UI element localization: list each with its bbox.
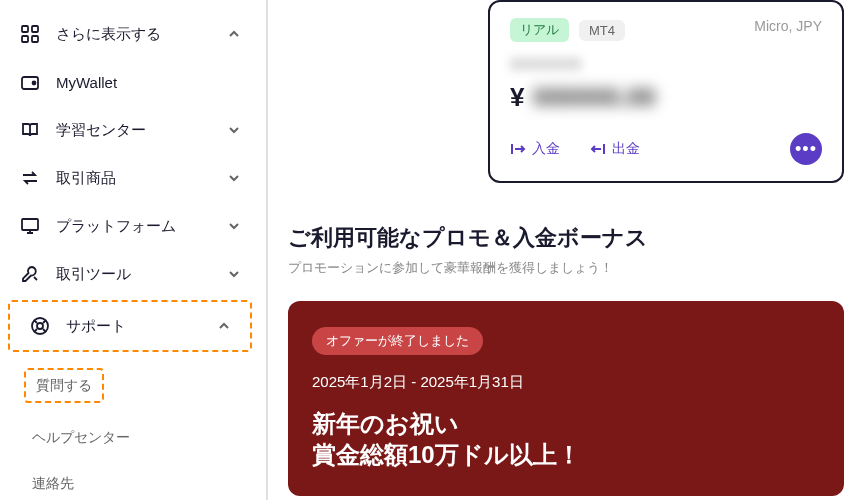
main-content: リアル MT4 Micro, JPY 00000000 ¥ 000000.00 …: [268, 0, 844, 500]
svg-point-5: [33, 82, 36, 85]
promo-card[interactable]: オファーが終了しました 2025年1月2日 - 2025年1月31日 新年のお祝…: [288, 301, 844, 496]
chevron-up-icon: [226, 26, 242, 42]
promo-title: ご利用可能なプロモ＆入金ボーナス: [288, 223, 844, 253]
svg-rect-3: [32, 36, 38, 42]
account-actions: 入金 出金 •••: [510, 133, 822, 165]
sidebar-item-label: 取引ツール: [56, 265, 226, 284]
chevron-down-icon: [226, 122, 242, 138]
withdraw-button[interactable]: 出金: [590, 140, 640, 158]
sidebar-subitem-help[interactable]: ヘルプセンター: [0, 419, 260, 457]
promo-heading-1: 新年のお祝い: [312, 408, 820, 439]
sidebar-item-label: 取引商品: [56, 169, 226, 188]
more-icon: •••: [795, 139, 817, 160]
svg-rect-0: [22, 26, 28, 32]
grid-icon: [18, 22, 42, 46]
svg-rect-2: [22, 36, 28, 42]
account-balance: ¥ 000000.00: [510, 82, 822, 113]
sidebar-item-mywallet[interactable]: MyWallet: [0, 58, 260, 106]
sidebar-subitem-contact[interactable]: 連絡先: [0, 465, 260, 500]
currency-symbol: ¥: [510, 82, 524, 112]
promo-heading-2: 賞金総額10万ドル以上！: [312, 439, 820, 470]
lifebuoy-icon: [28, 314, 52, 338]
account-card: リアル MT4 Micro, JPY 00000000 ¥ 000000.00 …: [488, 0, 844, 183]
sidebar-item-label: MyWallet: [56, 74, 242, 91]
sidebar-subitem-ask[interactable]: 質問する: [24, 368, 104, 403]
promo-badge: オファーが終了しました: [312, 327, 483, 355]
monitor-icon: [18, 214, 42, 238]
sidebar-item-platform[interactable]: プラットフォーム: [0, 202, 260, 250]
tag-mt4: MT4: [579, 20, 625, 41]
sidebar-item-label: プラットフォーム: [56, 217, 226, 236]
wallet-icon: [18, 70, 42, 94]
withdraw-icon: [590, 141, 606, 157]
chevron-down-icon: [226, 218, 242, 234]
chevron-down-icon: [226, 266, 242, 282]
book-icon: [18, 118, 42, 142]
tag-real: リアル: [510, 18, 569, 42]
svg-rect-6: [22, 219, 38, 230]
sidebar-item-label: 学習センター: [56, 121, 226, 140]
promo-dates: 2025年1月2日 - 2025年1月31日: [312, 373, 820, 392]
promo-subtitle: プロモーションに参加して豪華報酬を獲得しましょう！: [288, 259, 844, 277]
balance-blurred: 000000.00: [533, 82, 656, 113]
sidebar-item-products[interactable]: 取引商品: [0, 154, 260, 202]
sidebar-item-learning[interactable]: 学習センター: [0, 106, 260, 154]
more-button[interactable]: •••: [790, 133, 822, 165]
deposit-button[interactable]: 入金: [510, 140, 560, 158]
account-meta: Micro, JPY: [754, 18, 822, 34]
sidebar-item-tools[interactable]: 取引ツール: [0, 250, 260, 298]
exchange-icon: [18, 166, 42, 190]
svg-rect-1: [32, 26, 38, 32]
sidebar: さらに表示する MyWallet 学習センター 取引商品 プラットフォーム: [0, 0, 260, 500]
promo-section: ご利用可能なプロモ＆入金ボーナス プロモーションに参加して豪華報酬を獲得しましょ…: [288, 223, 844, 496]
sidebar-item-label: サポート: [66, 317, 216, 336]
deposit-icon: [510, 141, 526, 157]
svg-point-8: [37, 323, 43, 329]
tools-icon: [18, 262, 42, 286]
sidebar-item-support[interactable]: サポート: [8, 300, 252, 352]
sidebar-item-show-more[interactable]: さらに表示する: [0, 10, 260, 58]
sidebar-item-label: さらに表示する: [56, 25, 226, 44]
chevron-down-icon: [226, 170, 242, 186]
account-id-blurred: 00000000: [510, 56, 822, 74]
chevron-up-icon: [216, 318, 232, 334]
